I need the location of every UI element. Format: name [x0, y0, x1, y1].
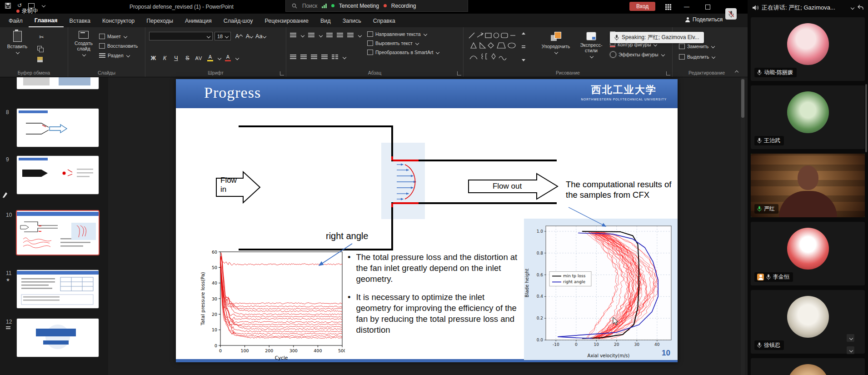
ribbon-tabs-row: Файл Главная Вставка Конструктор Переход…: [0, 14, 868, 27]
meeting-recording-label[interactable]: Recording: [391, 3, 416, 9]
blade-profile-chart-panel[interactable]: -100102030400.00.20.40.60.81.0Axial velo…: [524, 219, 678, 360]
columns-icon[interactable]: [332, 55, 338, 60]
grow-font-button[interactable]: А: [234, 32, 243, 40]
collapse-ribbon-chevron-icon[interactable]: [734, 68, 738, 75]
justify-icon[interactable]: [321, 55, 328, 60]
format-painter-icon[interactable]: [37, 57, 43, 62]
participant-tile-2[interactable]: 王治武: [751, 85, 865, 149]
slide-canvas[interactable]: Progress 西北工业大学 NORTHWESTERN POLYTECHNIC…: [176, 79, 678, 362]
tab-animations[interactable]: Анимация: [179, 15, 218, 27]
slide-title[interactable]: Progress: [204, 84, 261, 101]
tab-record[interactable]: Запись: [337, 15, 367, 27]
tab-transitions[interactable]: Переходы: [140, 15, 179, 27]
shape-effects-button[interactable]: Эффекты фигуры: [610, 51, 664, 58]
change-case-button[interactable]: Аа: [255, 32, 266, 40]
maximize-button[interactable]: [701, 3, 714, 11]
font-color-button[interactable]: А: [224, 54, 232, 62]
select-button[interactable]: Выделить: [679, 54, 715, 60]
mic-muted-icon[interactable]: [725, 8, 737, 20]
tab-help[interactable]: Справка: [367, 15, 401, 27]
tab-view[interactable]: Вид: [314, 15, 337, 27]
participant-tile-3-speaking[interactable]: 严红: [751, 154, 865, 217]
shrink-font-button[interactable]: А: [245, 32, 254, 40]
slide-thumbnail-panel: 8 9 10: [0, 77, 108, 375]
highlight-color-button[interactable]: А: [206, 54, 215, 62]
align-right-icon[interactable]: [311, 55, 317, 60]
bullets-icon[interactable]: [290, 33, 296, 38]
smartart-button[interactable]: Преобразовать в SmartArt: [367, 50, 439, 55]
slide-bullets[interactable]: • The total pressure loss and the distor…: [348, 252, 521, 343]
tab-home[interactable]: Главная: [29, 15, 64, 27]
quick-styles-button[interactable]: Экспресс-стили: [576, 32, 606, 58]
participant-tile-6-partial[interactable]: [751, 358, 865, 375]
minimize-button[interactable]: —: [680, 3, 693, 11]
panel-scrollbar-thumb[interactable]: [865, 84, 867, 152]
align-text-button[interactable]: Выровнять текст: [367, 40, 439, 46]
cfx-note[interactable]: The computational results of the samples…: [566, 179, 680, 200]
replace-button[interactable]: Заменить: [679, 44, 715, 49]
save-icon[interactable]: [5, 2, 11, 9]
speaking-tooltip: Speaking: 严红; Gazimova Elv...: [610, 32, 704, 43]
align-left-icon[interactable]: [290, 55, 296, 60]
collapse-panel-chevron-icon[interactable]: [850, 5, 854, 11]
participant-tile-4[interactable]: 李金恒: [751, 222, 865, 285]
scroll-down-chevron-icon[interactable]: [847, 334, 854, 342]
cut-icon[interactable]: ✂: [37, 33, 46, 41]
login-button[interactable]: Вход: [629, 2, 655, 11]
underline-button[interactable]: Ч: [172, 54, 180, 62]
paste-button[interactable]: Вставить: [5, 31, 29, 54]
slide-thumbnail-12[interactable]: [17, 319, 99, 357]
thumbnail-number: 11: [6, 270, 11, 276]
font-name-combo[interactable]: [149, 32, 213, 40]
flow-in-label[interactable]: Flow in: [220, 176, 244, 195]
italic-button[interactable]: К: [160, 54, 169, 62]
scroll-down-chevron-icon[interactable]: [847, 346, 854, 354]
apps-grid-icon[interactable]: [661, 3, 675, 11]
right-angle-label[interactable]: right angle: [326, 231, 368, 241]
search-icon[interactable]: [291, 3, 298, 9]
tab-slideshow[interactable]: Слайд-шоу: [218, 15, 259, 27]
slide-page-number: 10: [662, 349, 670, 358]
participant-tile-1[interactable]: 动能-陈丽媛: [751, 17, 865, 81]
slide-thumbnail-7-partial[interactable]: [17, 77, 99, 89]
font-size-combo[interactable]: 18: [215, 32, 231, 40]
slide-thumbnail-8[interactable]: [17, 109, 99, 147]
layout-button[interactable]: Макет: [99, 34, 138, 39]
numbering-icon[interactable]: [308, 33, 314, 38]
line-spacing-icon[interactable]: [347, 33, 354, 38]
participant-tile-5[interactable]: 徐镇忍: [751, 290, 865, 354]
increase-indent-icon[interactable]: [337, 33, 343, 38]
new-slide-button[interactable]: Создать слайд: [71, 31, 96, 56]
align-center-icon[interactable]: [300, 55, 307, 60]
share-button[interactable]: Поделиться: [685, 16, 723, 23]
pressure-loss-convergence-chart[interactable]: 01002003004005000102030405060CycleTatal …: [200, 248, 345, 362]
tab-file[interactable]: Файл: [3, 15, 29, 27]
panel-back-arrow-icon[interactable]: [857, 5, 863, 11]
search-label[interactable]: Поиск: [302, 3, 317, 9]
tab-insert[interactable]: Вставка: [64, 15, 96, 27]
tab-design[interactable]: Конструктор: [96, 15, 140, 27]
reset-button[interactable]: Восстановить: [99, 43, 138, 49]
slide-thumbnail-11[interactable]: [17, 270, 99, 308]
clipboard-icon: [13, 31, 22, 42]
share-label: Поделиться: [693, 16, 723, 23]
slide-thumbnail-9[interactable]: [17, 156, 99, 194]
slide-thumbnail-10-selected[interactable]: [17, 211, 99, 255]
svg-text:10: 10: [212, 327, 217, 332]
flow-out-label[interactable]: Flow out: [478, 182, 537, 191]
character-spacing-button[interactable]: AV: [195, 54, 203, 62]
tab-review[interactable]: Рецензирование: [259, 15, 314, 27]
ribbon-group-clipboard: Вставить ✂ Буфер обмена: [0, 27, 68, 77]
text-direction-button[interactable]: Направление текста: [367, 31, 439, 37]
copy-icon[interactable]: [37, 46, 44, 52]
arrange-button[interactable]: Упорядочить: [539, 32, 573, 54]
recording-indicator: 录制中: [16, 7, 38, 15]
shapes-gallery[interactable]: [467, 31, 527, 65]
decrease-indent-icon[interactable]: [326, 33, 333, 38]
customize-toolbar-chevron-icon[interactable]: [40, 2, 46, 9]
editor-scrollbar[interactable]: [741, 77, 745, 375]
strikethrough-button[interactable]: S: [183, 54, 192, 62]
bold-button[interactable]: Ж: [149, 54, 158, 62]
section-button[interactable]: Раздел: [99, 53, 138, 58]
editor-scrollbar-thumb[interactable]: [741, 79, 744, 118]
